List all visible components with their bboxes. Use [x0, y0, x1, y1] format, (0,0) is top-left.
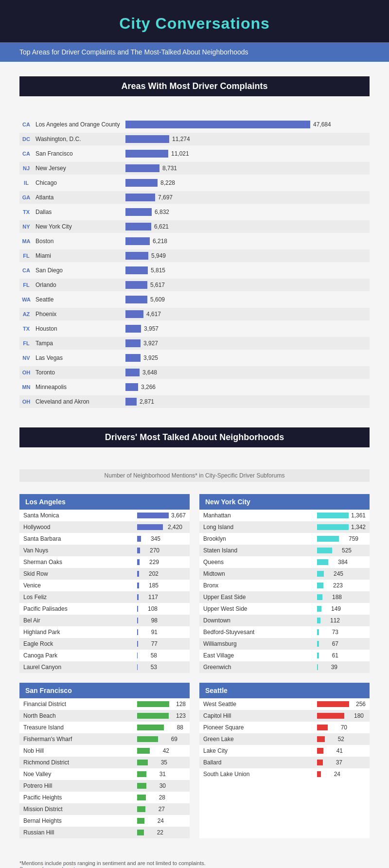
state-label: WA: [19, 297, 33, 302]
neighborhood-card: San Francisco Financial District 128 Nor…: [19, 683, 190, 838]
neighborhood-row: Williamsburg 67: [199, 638, 370, 650]
nbh-name: Van Nuys: [23, 547, 137, 554]
bar-value: 5,617: [150, 282, 165, 288]
nbh-value: 188: [325, 594, 342, 601]
bar: [125, 369, 140, 376]
bar-value: 6,621: [154, 223, 169, 230]
bar-value: 3,927: [143, 340, 158, 347]
neighborhood-row: Eagle Rock 77: [19, 638, 190, 650]
nbh-bar-area: 185: [137, 582, 186, 589]
neighborhood-card-header: Seattle: [199, 683, 370, 698]
bar-value: 4,617: [146, 311, 161, 318]
nbh-bar-area: 27: [137, 806, 186, 813]
nbh-name: Canoga Park: [23, 652, 137, 659]
nbh-name: Lake City: [203, 747, 317, 754]
city-label: San Diego: [33, 267, 125, 274]
neighborhood-row: Venice 185: [19, 580, 190, 591]
nbh-bar: [317, 524, 349, 530]
nbh-name: Capitol Hill: [203, 712, 317, 719]
neighborhood-row: Upper East Side 188: [199, 591, 370, 603]
neighborhood-row: Laurel Canyon 53: [19, 661, 190, 673]
bar: [125, 398, 137, 406]
nbh-bar-area: 384: [317, 559, 366, 566]
state-label: AZ: [19, 311, 33, 317]
bar-value: 5,949: [151, 252, 166, 259]
nbh-bar-area: 30: [137, 782, 186, 789]
nbh-name: West Seattle: [203, 701, 317, 708]
neighborhood-row: Midtown 245: [199, 568, 370, 580]
neighborhood-row: Russian Hill 22: [19, 827, 190, 838]
nbh-bar: [137, 641, 138, 647]
nbh-value: 98: [141, 617, 158, 624]
nbh-value: 52: [327, 736, 344, 743]
bar: [125, 208, 152, 216]
nbh-bar-area: 77: [137, 640, 186, 647]
nbh-bar: [137, 513, 169, 518]
nbh-bar-area: 112: [317, 617, 366, 624]
nbh-bar-area: 88: [137, 724, 186, 731]
nbh-name: Los Feliz: [23, 594, 137, 601]
nbh-value: 117: [141, 594, 158, 601]
nbh-name: South Lake Union: [203, 771, 317, 778]
state-label: OH: [19, 399, 33, 405]
nbh-value: 61: [321, 652, 338, 659]
nbh-name: Fisherman's Wharf: [23, 736, 137, 743]
nbh-bar: [137, 571, 139, 577]
nbh-bar-area: 24: [137, 817, 186, 824]
bar-area: 7,697: [125, 194, 370, 201]
nbh-bar-area: 759: [317, 535, 366, 542]
city-label: Minneapolis: [33, 384, 125, 390]
bar-value: 11,274: [172, 136, 190, 142]
bar: [125, 223, 151, 230]
neighborhoods-section-header: Drivers' Most Talked About Neighborhoods: [19, 427, 370, 457]
bar: [125, 164, 159, 172]
nbh-bar: [137, 701, 169, 707]
nbh-value: 3,667: [171, 512, 186, 519]
bar-row: NJ New Jersey 8,731: [19, 162, 370, 175]
nbh-bar-area: 52: [317, 736, 366, 743]
nbh-name: Upper West Side: [203, 605, 317, 612]
bar-value: 47,684: [313, 121, 331, 128]
nbh-bar-area: 70: [317, 724, 366, 731]
state-label: CA: [19, 151, 33, 157]
bar-value: 8,731: [162, 165, 177, 172]
nbh-name: Bernal Heights: [23, 817, 137, 824]
nbh-value: 185: [141, 582, 159, 589]
nbh-bar: [317, 736, 325, 742]
nbh-value: 123: [171, 712, 186, 719]
bar-row: NY New York City 6,621: [19, 220, 370, 233]
nbh-bar: [317, 664, 318, 670]
nbh-name: Nob Hill: [23, 747, 137, 754]
nbh-name: Upper East Side: [203, 594, 317, 601]
complaints-section-header: Areas With Most Driver Complaints: [19, 76, 370, 106]
nbh-name: Ballard: [203, 759, 317, 766]
neighborhood-row: Santa Monica 3,667: [19, 510, 190, 521]
nbh-value: 77: [141, 640, 158, 647]
nbh-name: Midtown: [203, 570, 317, 577]
nbh-bar: [317, 583, 323, 588]
bar-area: 8,731: [125, 164, 370, 172]
nbh-name: Santa Barbara: [23, 535, 137, 542]
nbh-value: 58: [140, 652, 157, 659]
nbh-bar: [137, 653, 138, 658]
nbh-bar: [137, 830, 144, 835]
neighborhood-row: North Beach 123: [19, 710, 190, 722]
nbh-bar-area: 58: [137, 652, 186, 659]
nbh-name: Greenwich: [203, 664, 317, 671]
nbh-bar: [317, 594, 322, 600]
bar-row: CA San Francisco 11,021: [19, 147, 370, 160]
neighborhood-row: Santa Barbara 345: [19, 533, 190, 545]
state-label: CA: [19, 267, 33, 273]
nbh-bar: [317, 536, 339, 542]
bar-area: 3,927: [125, 339, 370, 347]
nbh-bar-area: 202: [137, 570, 186, 577]
nbh-bar: [137, 771, 146, 777]
nbh-value: 67: [321, 640, 338, 647]
nbh-bar: [137, 760, 148, 765]
bar-row: CA Los Angeles and Orange County 47,684: [19, 118, 370, 131]
bar-value: 3,925: [143, 354, 158, 361]
main-content: Areas With Most Driver Complaints CA Los…: [0, 62, 389, 853]
nbh-name: Highland Park: [23, 629, 137, 636]
nbh-name: Downtown: [203, 617, 317, 624]
nbh-bar: [137, 713, 169, 719]
